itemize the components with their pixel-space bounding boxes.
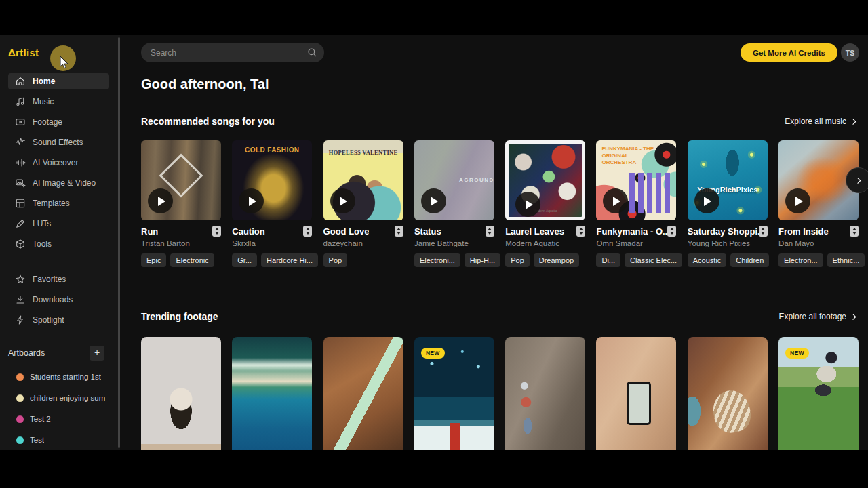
footage-card[interactable] (596, 337, 676, 450)
album-art[interactable]: COLD FASHION (232, 140, 312, 220)
footage-carousel: NEW NEW (141, 337, 859, 450)
sidebar-item-spotlight[interactable]: Spotlight (8, 312, 109, 328)
song-title[interactable]: Laurel Leaves (505, 226, 564, 237)
tag-chip[interactable]: Di... (596, 253, 620, 267)
play-button[interactable] (603, 188, 628, 214)
play-icon (526, 200, 533, 209)
album-art[interactable]: FUNKYMANIA - THE ORIGINAL ORCHESTRA (596, 140, 676, 220)
artlist-logo[interactable]: Δrtlist (8, 47, 39, 58)
sidebar-item-footage[interactable]: Footage (8, 114, 109, 130)
play-button[interactable] (785, 188, 810, 214)
lightning-icon (15, 314, 26, 325)
footage-card[interactable] (232, 337, 312, 450)
play-icon (613, 197, 620, 206)
similar-songs-icon[interactable] (212, 226, 221, 237)
footage-card[interactable] (505, 337, 585, 450)
footage-card[interactable] (141, 337, 221, 450)
tag-chip[interactable]: Hip-H... (465, 253, 500, 267)
explore-all-music-link[interactable]: Explore all music (785, 117, 859, 126)
play-button[interactable] (421, 188, 446, 214)
artboard-color-dot (16, 436, 24, 444)
album-art[interactable]: YoungRichPixies (688, 140, 768, 220)
sidebar-item-ai-voiceover[interactable]: AI Voiceover (8, 155, 109, 171)
song-artist[interactable]: dazeychain (323, 239, 403, 247)
sidebar-item-templates[interactable]: Templates (8, 195, 109, 211)
similar-songs-icon[interactable] (486, 226, 494, 237)
song-artist[interactable]: Dan Mayo (778, 239, 859, 247)
artboard-item[interactable]: children enjoying sum (0, 390, 120, 406)
sidebar-item-label: LUTs (33, 219, 51, 228)
tag-chip[interactable]: Pop (505, 253, 530, 267)
tag-chip[interactable]: Ethnic... (827, 253, 865, 267)
tag-chip[interactable]: Acoustic (688, 253, 727, 267)
sidebar-item-music[interactable]: Music (8, 94, 109, 110)
song-artist[interactable]: Tristan Barton (141, 239, 221, 247)
song-artist[interactable]: Young Rich Pixies (688, 239, 768, 247)
album-art[interactable] (141, 140, 221, 220)
tag-chip[interactable]: Electroni... (414, 253, 460, 267)
artboard-color-dot (16, 415, 24, 423)
chevron-right-icon (854, 176, 863, 185)
footage-card[interactable]: NEW (414, 337, 494, 450)
album-art[interactable]: HOPELESS VALENTINE (323, 140, 403, 220)
play-icon (431, 197, 438, 206)
footage-card[interactable] (323, 337, 403, 450)
sidebar-item-label: Downloads (33, 295, 73, 304)
song-title[interactable]: Good Love (323, 226, 370, 237)
similar-songs-icon[interactable] (850, 226, 859, 237)
tag-chip[interactable]: Electronic (170, 253, 214, 267)
song-title[interactable]: Saturday Shoppi... (688, 226, 759, 237)
artboard-item[interactable]: Test 2 (0, 411, 120, 427)
sidebar-item-downloads[interactable]: Downloads (8, 291, 109, 308)
add-artboard-button[interactable]: + (90, 346, 104, 361)
song-title[interactable]: From Inside (778, 226, 829, 237)
tag-chip[interactable]: Hardcore Hi... (261, 253, 318, 267)
sidebar-item-tools[interactable]: Tools (8, 236, 109, 252)
tag-chip[interactable]: Pop (323, 253, 348, 267)
song-title[interactable]: Status (414, 226, 441, 237)
sidebar-item-ai-image-video[interactable]: AI Image & Video (8, 175, 109, 191)
tag-chip[interactable]: Epic (141, 253, 166, 267)
footage-card[interactable] (688, 337, 768, 450)
play-button[interactable] (330, 188, 355, 214)
album-art-text: AGROUND (459, 177, 494, 183)
song-artist[interactable]: Modern Aquatic (505, 239, 585, 247)
similar-songs-icon[interactable] (303, 226, 312, 237)
play-button[interactable] (239, 188, 264, 214)
song-artist[interactable]: Skrxlla (232, 239, 312, 247)
tag-chip[interactable]: Classic Elec... (625, 253, 682, 267)
get-more-ai-credits-button[interactable]: Get More AI Credits (741, 43, 837, 62)
song-title[interactable]: Run (141, 226, 158, 237)
footage-card[interactable]: NEW (778, 337, 859, 450)
sidebar-item-sound-effects[interactable]: Sound Effects (8, 134, 109, 150)
tag-chip[interactable]: Gr... (232, 253, 257, 267)
play-button[interactable] (515, 192, 540, 217)
similar-songs-icon[interactable] (759, 226, 768, 237)
song-title[interactable]: Funkymania - O... (596, 226, 667, 237)
play-button[interactable] (148, 188, 173, 214)
footage-section-header: Trending footage Explore all footage (141, 311, 859, 322)
tag-chip[interactable]: Electron... (778, 253, 823, 267)
star-icon (15, 274, 26, 285)
search-input[interactable] (141, 43, 324, 62)
album-art[interactable]: AGROUND (414, 140, 494, 220)
tag-chip[interactable]: Dreampop (534, 253, 579, 267)
sidebar-item-favorites[interactable]: Favorites (8, 271, 109, 287)
song-title[interactable]: Caution (232, 226, 264, 237)
user-avatar[interactable]: TS (841, 43, 859, 62)
tag-chip[interactable]: Children (730, 253, 769, 267)
similar-songs-icon[interactable] (395, 226, 403, 237)
sidebar-item-home[interactable]: Home (8, 73, 109, 89)
album-art[interactable]: Modern Aquatic (505, 140, 585, 220)
carousel-next-button[interactable] (846, 167, 868, 193)
similar-songs-icon[interactable] (667, 226, 676, 237)
similar-songs-icon[interactable] (576, 226, 585, 237)
song-artist[interactable]: Jamie Bathgate (414, 239, 494, 247)
artboard-item[interactable]: Test (0, 432, 120, 448)
song-artist[interactable]: Omri Smadar (596, 239, 676, 247)
explore-all-footage-link[interactable]: Explore all footage (779, 312, 859, 321)
artboard-item[interactable]: Students starting 1st (0, 369, 120, 385)
sidebar-item-luts[interactable]: LUTs (8, 216, 109, 232)
artboards-list: Students starting 1st children enjoying … (0, 369, 120, 450)
play-button[interactable] (694, 188, 719, 214)
